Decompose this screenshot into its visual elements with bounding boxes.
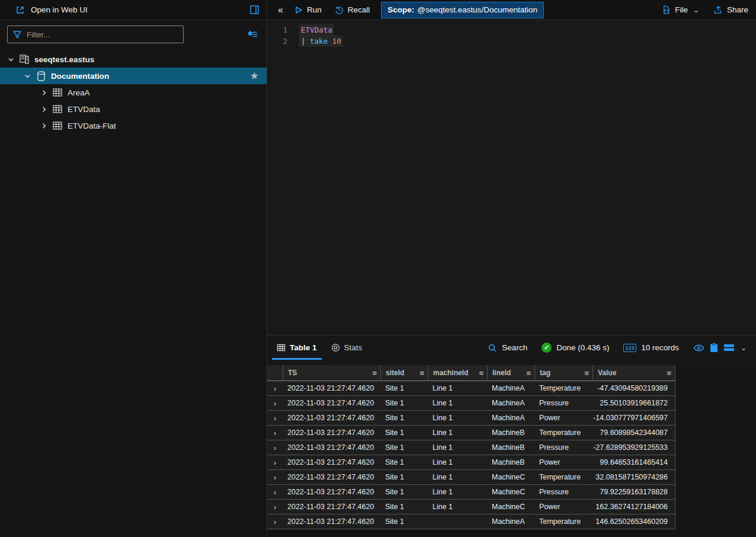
cell-lineid[interactable]: MachineC	[487, 500, 534, 514]
grid-scrollbar-track[interactable]	[267, 530, 756, 537]
cell-lineid[interactable]: MachineB	[487, 440, 534, 455]
cell-ts[interactable]: 2022-11-03 21:27:47.4620	[283, 514, 380, 529]
chevron-right-icon[interactable]	[39, 106, 49, 113]
cell-value[interactable]: 79.92259163178828	[592, 485, 675, 500]
cell-tag[interactable]: Pressure	[534, 485, 592, 500]
filter-input[interactable]	[27, 30, 178, 39]
cell-siteid[interactable]: Site 1	[380, 396, 428, 411]
row-expand-icon[interactable]: ›	[267, 455, 283, 470]
column-header-machineid[interactable]: machineId≡	[428, 365, 487, 381]
cell-ts[interactable]: 2022-11-03 21:27:47.4620	[283, 455, 380, 470]
row-expand-icon[interactable]: ›	[267, 396, 283, 411]
row-expand-icon[interactable]: ›	[267, 440, 283, 455]
run-button[interactable]: Run	[289, 2, 327, 18]
open-in-webui-button[interactable]: Open in Web UI	[31, 5, 88, 14]
column-header-value[interactable]: Value≡	[592, 365, 675, 381]
cell-lineid[interactable]: MachineA	[487, 411, 534, 426]
row-expand-icon[interactable]: ›	[267, 426, 283, 440]
tree-item-documentation[interactable]: Documentation★	[0, 68, 267, 84]
tree-item-etvdata-flat[interactable]: ETVData-Flat	[0, 117, 267, 134]
cell-tag[interactable]: Temperature	[534, 514, 592, 529]
cell-lineid[interactable]: MachineA	[487, 514, 534, 529]
cell-ts[interactable]: 2022-11-03 21:27:47.4620	[283, 411, 380, 426]
row-expand-icon[interactable]: ›	[267, 485, 283, 500]
cell-lineid[interactable]: MachineC	[487, 485, 534, 500]
cell-tag[interactable]: Power	[534, 411, 592, 426]
cell-machineid[interactable]: Line 1	[428, 440, 487, 455]
search-button[interactable]: Search	[488, 343, 527, 353]
cell-machineid[interactable]: Line 1	[428, 500, 487, 514]
cell-value[interactable]: -47.43094580219389	[592, 381, 675, 396]
cell-machineid[interactable]: Line 1	[428, 426, 487, 440]
recall-button[interactable]: Recall	[329, 2, 376, 18]
favorites-filter-icon[interactable]	[246, 29, 258, 40]
cell-lineid[interactable]: MachineB	[487, 455, 534, 470]
column-menu-icon[interactable]: ≡	[667, 369, 671, 378]
cell-siteid[interactable]: Site 1	[380, 426, 428, 440]
star-icon[interactable]: ★	[251, 71, 258, 81]
cell-siteid[interactable]: Site 1	[380, 440, 428, 455]
column-header-lineid[interactable]: lineId≡	[487, 365, 534, 381]
file-menu-button[interactable]: File ⌄	[656, 2, 704, 18]
toggle-panel-icon[interactable]	[249, 5, 260, 15]
cell-value[interactable]: 162.36274127184006	[592, 500, 675, 514]
cell-siteid[interactable]: Site 1	[380, 500, 428, 514]
column-menu-icon[interactable]: ≡	[479, 369, 483, 378]
editor-line[interactable]: 1ETVData	[267, 24, 756, 36]
cell-ts[interactable]: 2022-11-03 21:27:47.4620	[283, 500, 380, 514]
cell-value[interactable]: 79.60898542344087	[592, 426, 675, 440]
cell-machineid[interactable]: Line 1	[428, 381, 487, 396]
tree-item-etvdata[interactable]: ETVData	[0, 101, 267, 117]
cell-tag[interactable]: Pressure	[534, 440, 592, 455]
cell-tag[interactable]: Temperature	[534, 426, 592, 440]
column-menu-icon[interactable]: ≡	[526, 369, 531, 378]
cell-machineid[interactable]: Line 1	[428, 411, 487, 426]
cell-ts[interactable]: 2022-11-03 21:27:47.4620	[283, 485, 380, 500]
query-editor[interactable]: 1ETVData2| take 10	[267, 20, 756, 335]
cell-tag[interactable]: Temperature	[534, 470, 592, 485]
preview-eye-button[interactable]	[693, 343, 704, 353]
cell-lineid[interactable]: MachineA	[487, 381, 534, 396]
cell-siteid[interactable]: Site 1	[380, 514, 428, 529]
cell-value[interactable]: -27.628953929125533	[592, 440, 675, 455]
cell-value[interactable]: 99.64653161465414	[592, 455, 675, 470]
cell-ts[interactable]: 2022-11-03 21:27:47.4620	[283, 396, 380, 411]
cell-value[interactable]: 146.62502653460209	[592, 514, 675, 529]
cell-machineid[interactable]: Line 1	[428, 485, 487, 500]
row-expand-icon[interactable]: ›	[267, 470, 283, 485]
collapse-toolbar-button[interactable]: «	[274, 5, 287, 15]
column-menu-icon[interactable]: ≡	[419, 369, 424, 378]
cell-machineid[interactable]: Line 1	[428, 396, 487, 411]
cell-tag[interactable]: Power	[534, 455, 592, 470]
cell-tag[interactable]: Temperature	[534, 381, 592, 396]
cell-machineid[interactable]	[428, 514, 487, 529]
row-expand-icon[interactable]: ›	[267, 514, 283, 529]
column-menu-icon[interactable]: ≡	[372, 369, 377, 378]
column-header-tag[interactable]: tag≡	[534, 365, 592, 381]
tree-item-areaa[interactable]: AreaA	[0, 84, 267, 101]
cell-value[interactable]: -14.030777971406597	[592, 411, 675, 426]
chevron-right-icon[interactable]	[39, 90, 49, 96]
editor-line[interactable]: 2| take 10	[267, 36, 756, 47]
cell-siteid[interactable]: Site 1	[380, 381, 428, 396]
column-header-ts[interactable]: TS≡	[283, 365, 380, 381]
cell-machineid[interactable]: Line 1	[428, 455, 487, 470]
copy-clipboard-button[interactable]	[710, 343, 718, 353]
cell-lineid[interactable]: MachineB	[487, 426, 534, 440]
tab-table-1[interactable]: Table 1	[270, 335, 324, 360]
cell-siteid[interactable]: Site 1	[380, 470, 428, 485]
cell-machineid[interactable]: Line 1	[428, 470, 487, 485]
scope-selector[interactable]: Scope: @seeqtest.eastus/Documentation	[381, 2, 544, 18]
cell-siteid[interactable]: Site 1	[380, 411, 428, 426]
tab-stats[interactable]: Stats	[324, 335, 370, 360]
chevron-down-icon[interactable]	[6, 56, 15, 63]
layout-columns-button[interactable]: ⌄	[723, 343, 747, 352]
row-expand-icon[interactable]: ›	[267, 381, 283, 396]
cell-siteid[interactable]: Site 1	[380, 455, 428, 470]
tree-item-seeqtest-eastus[interactable]: seeqtest.eastus	[0, 51, 267, 68]
cell-ts[interactable]: 2022-11-03 21:27:47.4620	[283, 381, 380, 396]
column-header-siteid[interactable]: siteId≡	[380, 365, 428, 381]
column-menu-icon[interactable]: ≡	[584, 369, 589, 378]
cell-value[interactable]: 25.50103919661872	[592, 396, 675, 411]
cell-ts[interactable]: 2022-11-03 21:27:47.4620	[283, 426, 380, 440]
